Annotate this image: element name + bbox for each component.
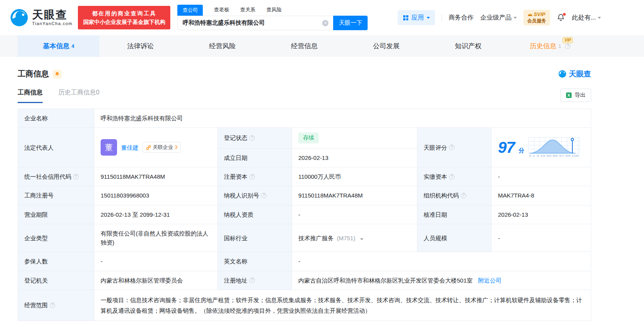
business-cooperation-label: 商务合作 xyxy=(449,14,474,22)
business-term-value: 2026-02-13 至 2099-12-31 xyxy=(94,205,218,224)
apps-grid-icon xyxy=(403,15,409,21)
top-header: 天眼查 TianYanCha.com 都在用的商业查询工具 国家中小企业发展子基… xyxy=(0,0,644,35)
taxpayer-quality-label: 纳税人资质 xyxy=(218,205,292,224)
nearby-companies-link[interactable]: 附近公司 xyxy=(478,277,501,284)
search-button[interactable]: 天眼一下 xyxy=(333,16,368,30)
search-tab-company[interactable]: 查公司 xyxy=(177,5,203,16)
user-label: 此处有... xyxy=(572,14,596,22)
search-input-wrap: ✕ xyxy=(177,16,333,30)
apps-button[interactable]: 应用 xyxy=(398,10,435,25)
clear-icon[interactable]: ✕ xyxy=(322,20,328,26)
related-companies-label: 关联企业 xyxy=(153,143,173,151)
table-row: 法定代表人 董 董佳建 关联企业 3 xyxy=(18,128,591,149)
user-menu[interactable]: 此处有... xyxy=(572,14,601,22)
reg-status-cell: 存续 xyxy=(292,128,417,149)
tab-intellectual-property[interactable]: 知识产权 xyxy=(427,35,509,57)
brand-name: 天眼查 xyxy=(32,9,72,20)
section-title: 工商信息 xyxy=(18,69,49,79)
score-axis-labels: 0 1 3 15 50 85 97 99 100 xyxy=(529,154,579,157)
taxpayer-id-label: 纳税人识别号 xyxy=(224,191,259,200)
link-icon xyxy=(146,145,151,150)
search-tab-boss[interactable]: 查老板 xyxy=(214,6,229,16)
promo-line1: 都在用的商业查询工具 xyxy=(83,9,165,18)
tab-history-info-label: 历史信息 xyxy=(530,42,556,51)
credit-code-value: 91150118MAK7TRA48M xyxy=(94,167,218,186)
enterprise-products-menu[interactable]: 企业级产品 xyxy=(480,14,517,22)
credit-code-label: 统一社会信用代码 xyxy=(24,172,71,181)
tab-legal-proceedings[interactable]: 法律诉讼 xyxy=(99,35,181,57)
related-companies-tag[interactable]: 关联企业 3 xyxy=(143,142,181,153)
english-name-value: - xyxy=(292,252,591,271)
business-cooperation-link[interactable]: 商务合作 xyxy=(449,14,474,22)
help-icon[interactable]: ? xyxy=(249,135,255,141)
score-unit: 分 xyxy=(519,146,525,155)
watermark-brand-name: 天眼查 xyxy=(569,69,591,79)
chevron-down-icon[interactable] xyxy=(360,238,363,240)
legal-rep-avatar[interactable]: 董 xyxy=(101,139,117,156)
bell-icon xyxy=(54,71,60,77)
excel-icon xyxy=(566,92,572,98)
export-button[interactable]: 导出 xyxy=(560,89,591,102)
help-icon[interactable]: ? xyxy=(249,277,255,283)
help-icon[interactable]: ? xyxy=(73,174,79,180)
help-icon[interactable]: ? xyxy=(249,174,255,180)
tianyancha-logo-icon xyxy=(558,70,566,78)
tab-basic-info-label: 基本信息 xyxy=(43,42,70,51)
help-icon[interactable]: ? xyxy=(449,145,455,150)
establish-date-label: 成立日期 xyxy=(218,148,292,167)
search-tab-relation[interactable]: 查关系 xyxy=(240,6,255,16)
export-label: 导出 xyxy=(575,92,586,99)
tab-company-development-label: 公司发展 xyxy=(373,42,400,51)
tab-operating-info[interactable]: 经营信息 xyxy=(263,35,345,57)
notification-bell-icon[interactable] xyxy=(557,13,565,22)
main-content: 工商信息 天眼查 工商信息 历史工商信息0 导出 xyxy=(18,69,591,321)
subscribe-bell-button[interactable] xyxy=(53,70,61,78)
business-term-label: 营业期限 xyxy=(18,205,94,224)
tab-operating-risk[interactable]: 经营风险 xyxy=(182,35,263,57)
help-icon[interactable]: ? xyxy=(565,44,570,49)
chevron-down-icon xyxy=(598,17,601,19)
company-name-label: 企业名称 xyxy=(18,109,94,128)
promo-banner[interactable]: 都在用的商业查询工具 国家中小企业发展子基金旗下机构 xyxy=(78,6,170,30)
tab-operating-info-label: 经营信息 xyxy=(291,42,317,51)
reg-number-label: 工商注册号 xyxy=(18,186,94,205)
reg-authority-label: 登记机关 xyxy=(18,271,94,290)
table-row: 参保人数 - 英文名称 - xyxy=(18,252,591,271)
company-nav-tabs: 基本信息 4 法律诉讼 经营风险 经营信息 公司发展 知识产权 VIP 历史信息… xyxy=(18,35,591,57)
tab-history-info[interactable]: VIP 历史信息 1 ? xyxy=(509,35,591,57)
table-row: 企业类型 有限责任公司(非自然人投资或控股的法人独资) 国标行业 技术推广服务 … xyxy=(18,224,591,252)
help-icon[interactable]: ? xyxy=(261,193,267,198)
subtab-history-business-info[interactable]: 历史工商信息0 xyxy=(58,89,99,102)
tab-company-development[interactable]: 公司发展 xyxy=(345,35,427,57)
search-tab-risk[interactable]: 查风险 xyxy=(266,6,281,16)
tab-legal-proceedings-label: 法律诉讼 xyxy=(127,42,154,51)
help-icon[interactable]: ? xyxy=(50,303,55,308)
enterprise-products-label: 企业级产品 xyxy=(480,14,512,22)
english-name-label: 英文名称 xyxy=(218,252,292,271)
crown-icon xyxy=(528,13,532,17)
approval-date-label: 核准日期 xyxy=(417,205,492,224)
business-scope-label-cell: 经营范围 ? xyxy=(18,290,94,321)
help-icon[interactable]: ? xyxy=(449,174,455,180)
tianyancha-logo[interactable]: 天眼查 TianYanCha.com xyxy=(10,8,72,27)
industry-cell: 技术推广服务 (M751) xyxy=(292,224,417,252)
tab-basic-info-count: 4 xyxy=(72,43,74,49)
table-row: 登记机关 内蒙古和林格尔新区管理委员会 注册地址 ? 内蒙古自治区呼和浩特市和林… xyxy=(18,271,591,290)
brand-domain: TianYanCha.com xyxy=(32,22,72,26)
svip-member-badge[interactable]: SVIP 会员服务 xyxy=(523,10,550,25)
subtab-business-info[interactable]: 工商信息 xyxy=(18,89,43,103)
tab-history-info-count: 1 xyxy=(558,43,561,49)
help-icon[interactable]: ? xyxy=(461,193,466,198)
score-cell[interactable]: 97 分 0 1 3 15 50 85 97 99 100 xyxy=(492,128,591,167)
chevron-down-icon xyxy=(427,17,430,19)
search-input[interactable] xyxy=(182,20,319,26)
table-row: 统一社会信用代码 ? 91150118MAK7TRA48M 注册资本 ? 110… xyxy=(18,167,591,186)
status-badge: 存续 xyxy=(298,132,319,143)
score-label: 天眼评分 xyxy=(424,143,447,152)
reg-capital-value: 110000万人民币 xyxy=(292,167,417,186)
company-nav-bar: 基本信息 4 法律诉讼 经营风险 经营信息 公司发展 知识产权 VIP 历史信息… xyxy=(0,35,644,57)
notification-dot xyxy=(563,13,566,16)
tab-basic-info[interactable]: 基本信息 4 xyxy=(18,35,99,57)
industry-label: 国标行业 xyxy=(218,224,292,252)
legal-rep-name-link[interactable]: 董佳建 xyxy=(121,143,139,152)
